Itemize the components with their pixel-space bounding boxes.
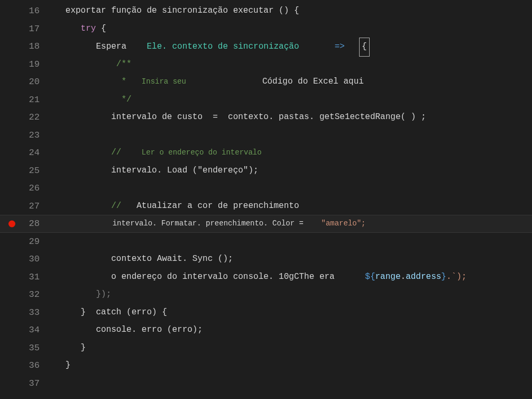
code-line[interactable] [50, 375, 532, 393]
code-line[interactable] [50, 233, 532, 251]
line-number[interactable]: 25 [0, 162, 50, 180]
line-number[interactable]: 27 [0, 197, 50, 215]
code-line[interactable]: contexto Await. Sync (); [50, 250, 532, 268]
line-number[interactable]: 19 [0, 56, 50, 74]
line-number[interactable]: 36 [0, 357, 50, 375]
code-line[interactable]: try { [50, 20, 532, 38]
line-number[interactable]: 20 [0, 73, 50, 91]
code-line[interactable]: * Insira seu Código do Excel aqui [50, 73, 532, 91]
line-number[interactable]: 17 [0, 20, 50, 38]
line-number[interactable]: 16 [0, 2, 50, 20]
code-content[interactable]: exportar função de sincronização executa… [50, 0, 532, 399]
line-number[interactable]: 37 [0, 375, 50, 393]
line-number[interactable]: 33 [0, 304, 50, 322]
line-number[interactable]: 35 [0, 339, 50, 357]
code-line[interactable]: exportar função de sincronização executa… [50, 2, 532, 20]
line-number[interactable]: 26 [0, 179, 50, 197]
line-number[interactable]: 22 [0, 108, 50, 126]
line-number[interactable]: 23 [0, 126, 50, 144]
line-number[interactable]: 29 [0, 233, 50, 251]
line-number[interactable]: 24 [0, 144, 50, 162]
code-line[interactable]: */ [50, 91, 532, 109]
code-line[interactable]: }); [50, 286, 532, 304]
line-number-gutter[interactable]: 16 17 18 19 20 21 22 23 24 25 26 27 28 2… [0, 0, 50, 399]
line-number[interactable]: 32 [0, 286, 50, 304]
line-number[interactable]: 18 [0, 38, 50, 56]
code-line[interactable]: /** [50, 56, 532, 74]
code-line[interactable]: } [50, 357, 532, 375]
code-line[interactable]: intervalo. Formatar. preenchimento. Colo… [50, 215, 532, 233]
code-line[interactable]: } catch (erro) { [50, 304, 532, 322]
line-number[interactable]: 30 [0, 250, 50, 268]
code-editor[interactable]: 16 17 18 19 20 21 22 23 24 25 26 27 28 2… [0, 0, 532, 399]
line-number[interactable]: 34 [0, 321, 50, 339]
code-line[interactable] [50, 179, 532, 197]
line-number[interactable]: 21 [0, 91, 50, 109]
line-number[interactable]: 31 [0, 268, 50, 286]
code-line[interactable]: intervalo de custo = contexto. pastas. g… [50, 108, 532, 126]
cursor-position: { [359, 38, 370, 57]
code-line[interactable]: // Atualizar a cor de preenchimento [50, 197, 532, 215]
code-line[interactable]: intervalo. Load ("endereço"); [50, 162, 532, 180]
code-line[interactable] [50, 126, 532, 144]
code-line[interactable]: console. erro (erro); [50, 321, 532, 339]
code-line[interactable]: o endereço do intervalo console. 10gCThe… [50, 268, 532, 286]
code-line[interactable]: // Ler o endereço do intervalo [50, 144, 532, 162]
code-line[interactable]: } [50, 339, 532, 357]
code-line[interactable]: Espera Ele. contexto de sincronização =>… [50, 38, 532, 56]
